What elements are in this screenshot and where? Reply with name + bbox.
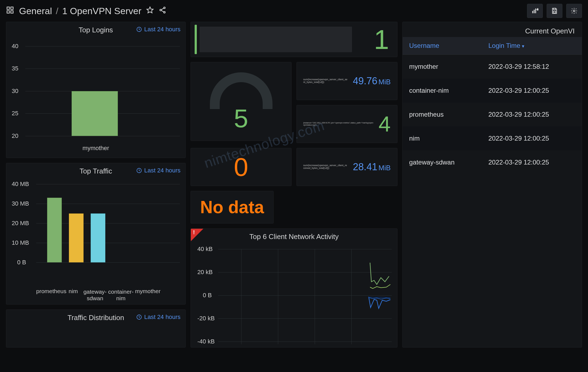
ytick: 30 MB [12,200,29,207]
panel-current-connections[interactable]: Current OpenVI Username Login Time▾ mymo… [402,22,582,348]
save-dashboard-button[interactable] [547,4,562,18]
panel-title: Top Logins [79,26,113,34]
stat-value: 28.41MiB [353,161,391,173]
time-range-label: Last 24 hours [144,167,180,174]
svg-line-8 [161,8,164,10]
svg-rect-14 [553,8,556,10]
svg-rect-11 [534,10,535,13]
panel-no-data[interactable]: No data [191,191,274,224]
ytick: 20 MB [12,220,29,227]
gauge-value: 5 [234,104,248,133]
stat-value: 4 [379,111,391,137]
ytick: 10 MB [12,239,29,246]
share-icon[interactable] [159,6,166,16]
time-range-label: Last 24 hours [144,26,180,33]
panel-title: Top Traffic [79,167,112,175]
stat-value: 0 [234,152,248,182]
panel-title: Top 6 Client Network Activity [249,232,339,241]
ytick: 0 B [203,292,212,299]
table-row[interactable]: container-nim2022-03-29 12:00:25 [403,79,582,103]
panel-top-traffic[interactable]: Top Traffic Last 24 hours 40 MB 30 MB 20… [6,163,186,305]
svg-line-9 [161,10,164,12]
ytick: 35 [12,65,18,72]
bar-mymother [72,91,118,136]
breadcrumb-title[interactable]: 1 OpenVPN Server [62,6,141,16]
ytick: 40 [12,43,18,50]
connections-table: Username Login Time▾ mymother2022-03-29 … [403,37,582,174]
svg-rect-1 [11,7,13,10]
line-chart: 40 kB 20 kB 0 B -20 kB -40 kB [218,246,392,344]
svg-marker-4 [147,7,153,13]
bar-chart-top-traffic: 40 MB 30 MB 20 MB 10 MB 0 B prometheus n… [6,179,185,304]
panel-traffic-distribution[interactable]: Traffic Distribution Last 24 hours [6,309,186,348]
dashboards-icon[interactable] [6,6,14,16]
add-panel-button[interactable]: + [527,4,543,18]
svg-rect-3 [11,11,13,13]
bar-prometheus [47,198,62,262]
table-row[interactable]: gateway-sdwan2022-03-29 12:00:25 [403,150,582,174]
ytick: 40 kB [197,246,213,253]
svg-rect-12 [535,8,536,13]
sort-desc-icon: ▾ [522,44,524,49]
star-icon[interactable] [146,6,154,16]
clock-icon [136,314,142,320]
ytick: 0 B [17,259,26,266]
svg-rect-2 [7,11,10,13]
table-row[interactable]: prometheus2022-03-29 12:00:25 [403,103,582,126]
svg-rect-0 [7,7,10,10]
dashboard-settings-button[interactable] [566,4,582,18]
breadcrumb: General / 1 OpenVPN Server [19,6,141,16]
panel-bytes-sent[interactable]: sum(increase(openvpn_server_client_sent_… [296,62,397,100]
col-login-time[interactable]: Login Time▾ [482,37,582,55]
time-range-pill[interactable]: Last 24 hours [136,314,180,321]
panel-bytes-received[interactable]: sum(increase(openvpn_server_client_recei… [296,148,397,186]
svg-text:+: + [537,7,539,11]
panel-status-count[interactable]: {instance="192.168.1.209:9176",job="open… [296,105,397,143]
stat-bar [195,25,197,54]
table-row[interactable]: mymother2022-03-29 12:58:12 [403,55,582,79]
bar-gateway-sdwan [91,213,105,262]
panel-gauge[interactable]: 5 [191,62,292,141]
no-data-label: No data [200,197,264,217]
stat-spark-placeholder [200,27,352,52]
breadcrumb-separator: / [56,6,58,16]
panel-title: Traffic Distribution [68,314,124,322]
time-range-pill[interactable]: Last 24 hours [136,167,180,174]
xtick: container-nim [103,289,139,302]
panel-stat-orange[interactable]: 0 [191,148,292,186]
panel-network-activity[interactable]: Top 6 Client Network Activity 40 kB 20 k… [191,228,397,348]
ytick: 40 MB [12,181,29,188]
svg-point-16 [573,10,575,12]
ytick: 30 [12,88,18,95]
panel-stat-big1[interactable]: 1 [191,22,397,57]
ytick: 20 kB [197,269,213,276]
clock-icon [136,168,142,173]
col-username[interactable]: Username [403,37,482,55]
svg-rect-10 [532,11,533,13]
xtick: prometheus [36,288,63,294]
bar-chart-top-logins: 40 35 30 25 20 mymother [6,38,185,158]
clock-icon [136,26,142,32]
bar-nim [69,213,84,262]
ytick: -20 kB [197,315,215,322]
table-row[interactable]: nim2022-03-29 12:00:25 [403,126,582,150]
query-label: sum(increase(openvpn_server_client_sent_… [303,78,348,84]
stat-value: 49.76MiB [353,75,391,87]
time-range-pill[interactable]: Last 24 hours [136,26,180,33]
svg-rect-15 [553,11,556,13]
query-label: {instance="192.168.1.209:9176",job="open… [303,122,374,126]
xtick: mymother [6,145,185,152]
ytick: 25 [12,110,18,117]
breadcrumb-folder[interactable]: General [19,6,52,16]
xtick: mymother [134,288,161,294]
stat-value: 1 [374,24,389,55]
ytick: -40 kB [197,338,215,345]
ytick: 20 [12,132,18,140]
time-range-label: Last 24 hours [144,314,180,321]
panel-title: Current OpenVI [403,22,582,37]
query-label: sum(increase(openvpn_server_client_recei… [303,164,348,170]
panel-top-logins[interactable]: Top Logins Last 24 hours 40 35 30 25 20 … [6,22,186,158]
